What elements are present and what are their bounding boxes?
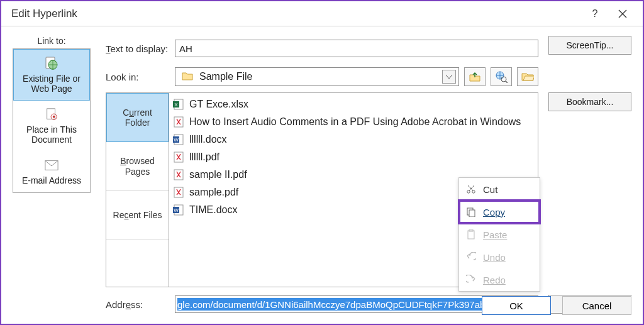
browse-tabs: CurrentFolder BrowsedPages Recent Files bbox=[106, 92, 169, 287]
tab-current-folder[interactable]: CurrentFolder bbox=[106, 93, 169, 142]
svg-point-22 bbox=[467, 190, 470, 193]
document-target-icon bbox=[44, 107, 59, 122]
address-selected-text: gle.com/document/d/1GNNi6ailhMcczye7dpaB… bbox=[177, 298, 523, 311]
linkto-item-label: Existing File or Web Page bbox=[18, 74, 86, 94]
list-item[interactable]: How to Insert Audio Comments in a PDF Us… bbox=[173, 113, 534, 131]
svg-point-23 bbox=[472, 190, 475, 193]
folder-icon bbox=[182, 71, 193, 82]
bookmark-button[interactable]: Bookmark... bbox=[548, 92, 631, 111]
linkto-existing-file[interactable]: Existing File or Web Page bbox=[13, 49, 90, 101]
help-button[interactable]: ? bbox=[581, 4, 609, 23]
ctx-copy[interactable]: Copy bbox=[459, 201, 540, 223]
list-item[interactable]: Wllllll.docx bbox=[173, 131, 534, 148]
screentip-button[interactable]: ScreenTip... bbox=[548, 36, 631, 55]
svg-text:W: W bbox=[174, 137, 179, 143]
word-icon: W bbox=[173, 134, 184, 145]
edit-hyperlink-dialog: Edit Hyperlink ? Link to: Existing File … bbox=[0, 0, 644, 325]
pdf-icon bbox=[173, 187, 184, 198]
paste-icon bbox=[465, 229, 477, 240]
svg-line-8 bbox=[506, 81, 508, 83]
tab-recent-files[interactable]: Recent Files bbox=[106, 191, 169, 240]
svg-rect-27 bbox=[469, 229, 473, 231]
svg-text:W: W bbox=[174, 207, 179, 213]
text-to-display-input[interactable] bbox=[175, 40, 538, 57]
pdf-icon bbox=[173, 151, 184, 163]
look-in-combo[interactable]: Sample File bbox=[175, 67, 459, 86]
ctx-paste: Paste bbox=[459, 223, 540, 246]
ok-button[interactable]: OK bbox=[482, 296, 551, 315]
tab-browsed-pages[interactable]: BrowsedPages bbox=[106, 142, 169, 191]
window-title: Edit Hyperlink bbox=[8, 8, 581, 20]
link-to-panel: Existing File or Web Page Place in This … bbox=[13, 48, 91, 193]
ctx-redo: Redo bbox=[459, 268, 540, 291]
copy-icon bbox=[465, 206, 477, 218]
undo-icon bbox=[465, 251, 477, 263]
svg-rect-26 bbox=[468, 231, 474, 239]
pdf-icon bbox=[173, 116, 184, 128]
pdf-icon bbox=[173, 169, 184, 180]
cancel-button[interactable]: Cancel bbox=[562, 296, 631, 315]
titlebar: Edit Hyperlink ? bbox=[1, 1, 643, 26]
address-label: Address: bbox=[106, 299, 175, 310]
browse-file-button[interactable] bbox=[517, 67, 538, 86]
list-item[interactable]: llllll.pdf bbox=[173, 148, 534, 166]
svg-point-4 bbox=[53, 116, 55, 118]
list-item[interactable]: XGT Exce.xlsx bbox=[173, 96, 534, 113]
linkto-place-in-doc[interactable]: Place in This Document bbox=[13, 101, 90, 151]
link-to-label: Link to: bbox=[13, 36, 91, 46]
svg-rect-25 bbox=[469, 210, 475, 217]
linkto-item-label: E-mail Address bbox=[22, 175, 81, 185]
ctx-undo: Undo bbox=[459, 246, 540, 268]
text-to-display-label: Text to display: bbox=[106, 43, 175, 54]
globe-page-icon bbox=[44, 56, 59, 71]
redo-icon bbox=[465, 274, 477, 285]
browse-web-button[interactable] bbox=[491, 67, 512, 86]
envelope-icon bbox=[44, 158, 59, 173]
look-in-value: Sample File bbox=[199, 71, 442, 82]
context-menu: Cut Copy Paste Undo Redo bbox=[458, 177, 540, 292]
linkto-item-label: Place in This Document bbox=[17, 124, 86, 145]
linkto-email-address[interactable]: E-mail Address bbox=[13, 151, 90, 192]
excel-icon: X bbox=[173, 99, 184, 110]
look-in-label: Look in: bbox=[106, 72, 175, 82]
svg-text:X: X bbox=[174, 102, 178, 107]
word-icon: W bbox=[173, 204, 184, 216]
svg-point-7 bbox=[501, 77, 506, 82]
chevron-down-icon[interactable] bbox=[442, 70, 456, 84]
up-one-level-button[interactable] bbox=[464, 67, 486, 86]
scissors-icon bbox=[465, 184, 477, 195]
close-button[interactable] bbox=[609, 4, 636, 23]
ctx-cut[interactable]: Cut bbox=[459, 178, 540, 201]
